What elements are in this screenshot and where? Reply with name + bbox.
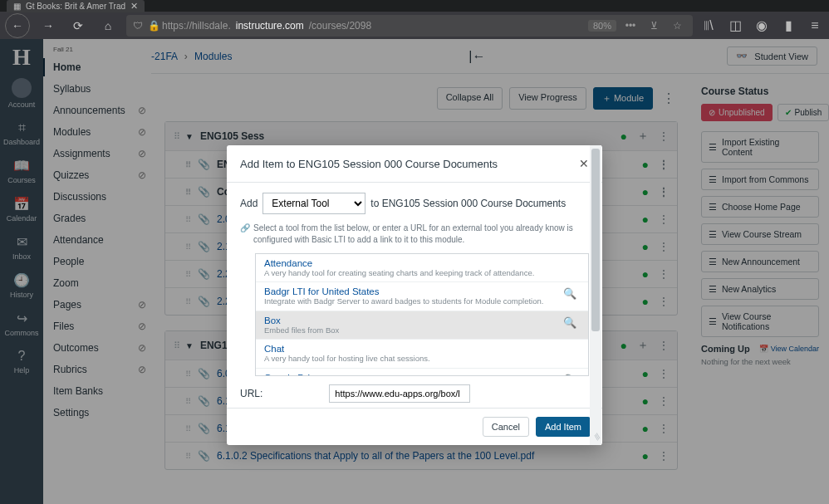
tool-name: Google Drive (264, 373, 580, 376)
tool-desc: Embed files from Box (264, 325, 580, 335)
external-tool-option[interactable]: AttendanceA very handy tool for creating… (256, 254, 588, 282)
sidebar-icon[interactable]: ◫ (726, 17, 744, 33)
url-path: /courses/2098 (309, 20, 371, 32)
url-prefix: https://hillsdale. (162, 20, 231, 32)
browser-tab-strip: ▦ Gt Books: Brit & Amer Trad ✕ (0, 0, 829, 12)
tab-title: Gt Books: Brit & Amer Trad (26, 2, 125, 11)
reader-icon[interactable]: ⊻ (645, 20, 663, 32)
external-tool-option[interactable]: Google DriveAllows you to pull in docume… (256, 369, 588, 376)
bookmark-icon[interactable]: ☆ (668, 20, 686, 32)
library-icon[interactable]: ⫴\ (699, 18, 718, 33)
forward-button: → (37, 14, 60, 37)
browser-navbar: ← → ⟳ ⌂ 🛡 🔒 https://hillsdale.instructur… (0, 12, 829, 39)
cancel-button[interactable]: Cancel (483, 417, 529, 437)
add-label: Add (240, 198, 258, 209)
address-bar[interactable]: 🛡 🔒 https://hillsdale.instructure.com/co… (126, 15, 693, 37)
add-item-button[interactable]: Add Item (536, 417, 591, 437)
appmenu-icon[interactable]: ≡ (806, 18, 824, 33)
page-viewport: H Account ⌗Dashboard 📖Courses 📅Calendar … (0, 39, 829, 504)
tool-name: Box (264, 316, 580, 325)
url-label: URL: (240, 388, 262, 399)
item-type-select[interactable]: External Tool (262, 193, 365, 214)
lock-icon: 🔒 (148, 20, 157, 32)
shield-icon: 🛡 (133, 20, 143, 32)
tool-desc: Integrate with Badgr Server to award bad… (264, 296, 580, 306)
reload-button[interactable]: ⟳ (66, 14, 90, 37)
account-icon[interactable]: ◉ (753, 17, 771, 33)
tool-hint: Select a tool from the list below, or en… (253, 223, 589, 245)
add-item-modal: Add Item to ENG105 Session 000 Course Do… (227, 145, 602, 445)
tool-name: Attendance (264, 258, 580, 268)
tool-desc: A very handy tool for hosting live chat … (264, 354, 580, 363)
meatball-icon[interactable]: ••• (621, 20, 640, 32)
browser-tab[interactable]: ▦ Gt Books: Brit & Amer Trad ✕ (7, 0, 145, 12)
tool-name: Chat (264, 344, 580, 354)
link-icon: 🔗 (240, 223, 250, 245)
to-module-text: to ENG105 Session 000 Course Documents (370, 198, 566, 209)
external-tool-list[interactable]: AttendanceA very handy tool for creating… (255, 253, 589, 376)
external-tool-option[interactable]: BoxEmbed files from Box🔍 (256, 311, 588, 340)
modal-backdrop[interactable]: Add Item to ENG105 Session 000 Course Do… (0, 39, 829, 504)
external-tool-option[interactable]: Badgr LTI for United StatesIntegrate wit… (256, 282, 588, 311)
modal-title: Add Item to ENG105 Session 000 Course Do… (240, 158, 498, 170)
external-tool-option[interactable]: ChatA very handy tool for hosting live c… (256, 340, 588, 368)
search-icon[interactable]: 🔍 (563, 374, 576, 376)
downloads-icon[interactable]: ▮ (779, 17, 797, 33)
search-icon[interactable]: 🔍 (563, 316, 576, 329)
zoom-indicator[interactable]: 80% (588, 20, 616, 32)
search-icon[interactable]: 🔍 (563, 287, 576, 300)
url-input[interactable] (329, 384, 470, 403)
close-icon[interactable]: ✕ (579, 157, 589, 170)
close-icon[interactable]: ✕ (130, 1, 138, 12)
tool-desc: A very handy tool for creating seating c… (264, 268, 580, 277)
tool-name: Badgr LTI for United States (264, 286, 580, 296)
tab-favicon: ▦ (13, 2, 21, 11)
home-button[interactable]: ⌂ (96, 14, 120, 37)
back-button[interactable]: ← (5, 13, 30, 38)
url-domain: instructure.com (236, 20, 304, 32)
